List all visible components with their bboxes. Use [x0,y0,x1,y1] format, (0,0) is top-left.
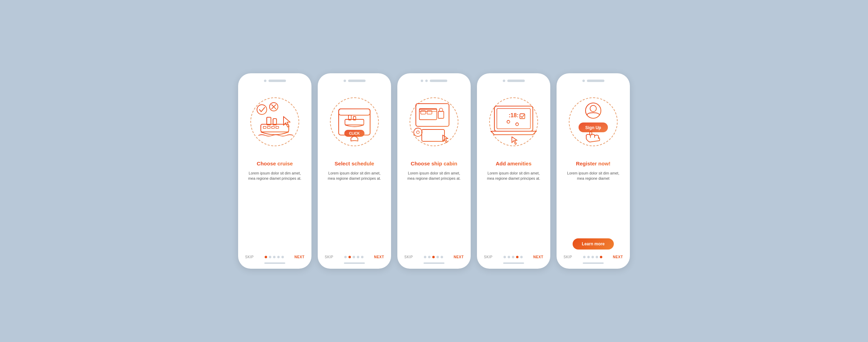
skip-button-1[interactable]: SKIP [245,255,254,259]
nav-dot-2-1 [348,256,351,258]
nav-dot-5-0 [583,256,586,258]
nav-bar-2: SKIP NEXT [325,253,384,259]
nav-dot-5-3 [596,256,598,258]
top-pill [507,80,525,82]
nav-dot-1-2 [273,256,275,258]
screen-select-schedule: CLICK Select schedule Lorem ipsum dolor … [318,73,391,269]
nav-dot-2-3 [357,256,359,258]
screen-body-3: Lorem ipsum dolor sit dim amet, mea regi… [404,171,464,250]
top-pill [587,80,604,82]
amenities-icon: :18: [489,99,538,144]
phone-top-bar-3 [404,80,464,82]
nav-dots-3 [424,256,443,258]
screen-register: Sign Up Register now! Lorem ipsum dolor … [557,73,630,269]
top-dot [503,80,505,82]
svg-rect-3 [263,126,266,128]
bottom-indicator-3 [424,262,444,264]
nav-dot-1-4 [281,256,284,258]
screen-choose-cruise: Choose cruise Lorem ipsum dolor sit dim … [238,73,311,269]
nav-dot-5-1 [587,256,590,258]
nav-dot-1-3 [277,256,280,258]
top-dot [421,80,423,82]
svg-point-51 [590,105,596,112]
svg-point-40 [417,131,419,134]
nav-dot-2-0 [344,256,347,258]
nav-dots-5 [583,256,602,258]
learn-more-button[interactable]: Learn more [573,238,613,250]
nav-bar-5: SKIP NEXT [564,253,623,259]
screen-add-amenities: :18: Add amenities Lorem ipsum dolor sit… [477,73,550,269]
phone-top-bar-4 [484,80,543,82]
nav-bar-4: SKIP NEXT [484,253,543,259]
screen-body-5: Lorem ipsum dolor sit dim amet, mea regi… [564,171,623,235]
skip-button-3[interactable]: SKIP [404,255,413,259]
screen-body-2: Lorem ipsum dolor sit dim amet, mea regi… [325,171,384,250]
svg-rect-1 [267,117,271,125]
svg-rect-42 [497,109,530,129]
screens-container: Choose cruise Lorem ipsum dolor sit dim … [238,73,630,269]
nav-dot-4-2 [512,256,514,258]
skip-button-5[interactable]: SKIP [564,255,572,259]
bottom-indicator-4 [503,262,524,264]
nav-dot-5-4 [600,256,602,258]
next-button-3[interactable]: NEXT [454,255,464,259]
top-dot-2 [425,80,428,82]
illustration-schedule: CLICK [326,87,382,157]
nav-dot-2-4 [361,256,363,258]
svg-rect-0 [261,124,289,132]
nav-dots-1 [265,256,284,258]
calendar-cruise-icon: CLICK [332,99,377,144]
nav-dots-2 [344,256,363,258]
next-button-1[interactable]: NEXT [294,255,304,259]
cabin-choice-icon [410,97,458,146]
svg-text:Sign Up: Sign Up [585,125,601,130]
top-pill [348,80,366,82]
nav-dot-4-3 [516,256,518,258]
top-pill [269,80,286,82]
skip-button-4[interactable]: SKIP [484,255,493,259]
nav-dot-3-4 [441,256,443,258]
nav-dot-3-1 [428,256,431,258]
next-button-5[interactable]: NEXT [613,255,623,259]
screen-choose-cabin: Choose ship cabin Lorem ipsum dolor sit … [397,73,471,269]
screen-title-1: Choose cruise [257,160,293,167]
svg-text::18:: :18: [509,112,518,118]
svg-rect-13 [339,109,370,115]
svg-rect-41 [494,106,533,131]
nav-dot-3-2 [432,256,435,258]
phone-top-bar-2 [325,80,384,82]
nav-dot-5-2 [591,256,594,258]
svg-point-39 [414,128,422,136]
bottom-indicator-5 [583,262,604,264]
nav-dot-4-0 [503,256,506,258]
svg-rect-6 [276,126,279,128]
svg-marker-49 [512,137,517,144]
svg-point-7 [257,105,267,114]
screen-title-5: Register now! [576,160,610,167]
nav-dots-4 [503,256,523,258]
illustration-amenities: :18: [486,87,542,157]
svg-rect-4 [267,126,270,128]
nav-dot-2-2 [353,256,355,258]
top-dot [582,80,585,82]
svg-rect-5 [272,126,274,128]
bottom-indicator-1 [264,262,285,264]
phone-top-bar-5 [564,80,623,82]
skip-button-2[interactable]: SKIP [325,255,333,259]
register-icon: Sign Up [569,97,618,146]
screen-title-4: Add amenities [496,160,532,167]
top-dot [344,80,346,82]
nav-dot-3-0 [424,256,426,258]
next-button-4[interactable]: NEXT [533,255,543,259]
illustration-cruise-select [247,87,303,157]
nav-bar-1: SKIP NEXT [245,253,304,259]
nav-dot-4-4 [520,256,523,258]
nav-dot-4-1 [508,256,510,258]
nav-dot-1-0 [265,256,267,258]
screen-body-4: Lorem ipsum dolor sit dim amet, mea regi… [484,171,543,250]
bottom-indicator-2 [344,262,365,264]
next-button-2[interactable]: NEXT [374,255,384,259]
phone-top-bar-1 [245,80,304,82]
svg-marker-11 [284,117,290,127]
screen-title-3: Choose ship cabin [411,160,457,167]
